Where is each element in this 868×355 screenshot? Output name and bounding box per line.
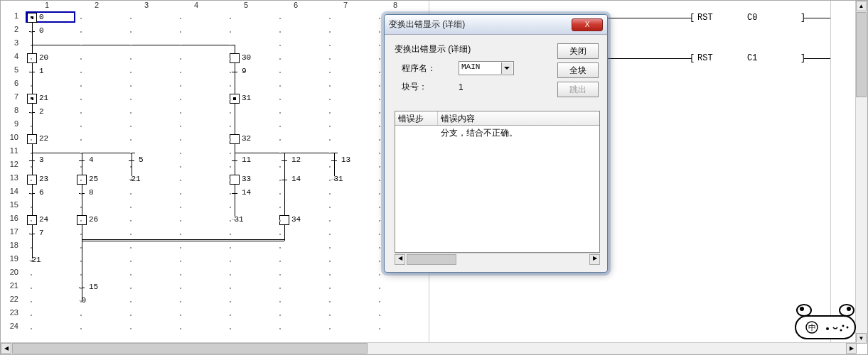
trans-label: 15 xyxy=(89,283,98,291)
jump-button[interactable]: 跳出 xyxy=(557,82,599,97)
grid-dot xyxy=(230,112,231,114)
grid-dot xyxy=(31,288,32,289)
row-num: 10 xyxy=(1,133,22,146)
sfc-step[interactable] xyxy=(27,13,37,23)
all-blocks-button[interactable]: 全块 xyxy=(557,62,599,78)
sfc-step[interactable] xyxy=(27,215,37,225)
grid-dot xyxy=(130,166,132,168)
grid-dot xyxy=(230,18,231,19)
sfc-step[interactable] xyxy=(77,215,87,225)
col-num: 6 xyxy=(271,1,321,11)
dialog-scrollbar[interactable]: ◀ ▶ xyxy=(395,253,600,265)
sfc-step[interactable] xyxy=(230,134,240,144)
scroll-thumb[interactable] xyxy=(12,343,368,354)
grid-dot xyxy=(329,180,331,181)
grid-dot xyxy=(279,261,281,262)
grid-dot xyxy=(230,261,231,262)
grid-dot xyxy=(329,45,331,46)
grid-dot xyxy=(379,31,380,33)
grid-dot xyxy=(130,261,132,262)
error-table[interactable]: 错误步 错误内容 分支，结合不正确。 xyxy=(395,111,600,253)
sfc-step[interactable] xyxy=(27,134,37,144)
svg-point-2 xyxy=(840,305,854,316)
grid-dot xyxy=(329,220,331,222)
grid-dot xyxy=(379,288,380,289)
grid-dot xyxy=(80,99,82,100)
grid-dot xyxy=(180,58,181,60)
sfc-step[interactable] xyxy=(77,175,87,185)
grid-dot xyxy=(130,31,132,33)
grid-dot xyxy=(80,207,82,208)
step-label: 0 xyxy=(39,13,44,21)
step-label: 20 xyxy=(39,53,48,62)
grid-dot xyxy=(180,220,181,222)
scrollbar-horizontal[interactable]: ◀ ▶ xyxy=(1,342,857,354)
sfc-step[interactable] xyxy=(27,175,37,185)
scroll-down-button[interactable]: ▼ xyxy=(856,333,867,344)
sfc-step[interactable] xyxy=(230,94,240,104)
step-label: 33 xyxy=(242,175,251,183)
grid-dot xyxy=(80,234,82,235)
mascot-text: 中 xyxy=(808,323,816,332)
grid-dot xyxy=(31,99,32,100)
grid-dot xyxy=(130,193,132,195)
svg-point-6 xyxy=(826,327,829,330)
scroll-right-button[interactable]: ▶ xyxy=(846,343,857,354)
scroll-thumb[interactable] xyxy=(856,12,867,97)
sfc-step[interactable] xyxy=(27,53,37,63)
grid-dot xyxy=(80,153,82,154)
rst-bracket: [ xyxy=(690,13,695,23)
grid-dot xyxy=(279,193,281,195)
grid-dot xyxy=(180,301,181,302)
grid-dot xyxy=(31,234,32,235)
grid-dot xyxy=(80,180,82,181)
program-select[interactable]: MAIN xyxy=(459,61,514,75)
block-label: 块号： xyxy=(395,81,459,93)
grid-dot xyxy=(31,274,32,275)
sfc-step[interactable] xyxy=(27,94,37,104)
vline xyxy=(32,185,33,217)
grid-dot xyxy=(80,166,82,168)
scrollbar-vertical[interactable]: ▲ ▼ xyxy=(855,1,867,344)
vline xyxy=(235,63,235,95)
grid-dot xyxy=(379,207,380,208)
grid-dot xyxy=(130,72,132,73)
row-num: 11 xyxy=(1,146,22,160)
col-step: 错误步 xyxy=(395,111,438,125)
hline xyxy=(235,153,338,153)
sfc-step[interactable] xyxy=(230,175,240,185)
table-row[interactable]: 分支，结合不正确。 xyxy=(395,126,599,141)
svg-point-7 xyxy=(842,325,845,327)
ruler-left: 1 2 3 4 5 6 7 8 9 10 11 12 13 14 15 16 1… xyxy=(1,11,22,335)
grid-dot xyxy=(31,261,32,262)
sfc-step[interactable] xyxy=(230,53,240,63)
scroll-left-button[interactable]: ◀ xyxy=(395,254,405,265)
vline xyxy=(235,185,235,217)
grid-dot xyxy=(279,153,281,154)
grid-dot xyxy=(279,207,281,208)
grid-dot xyxy=(230,85,231,87)
grid-dot xyxy=(180,328,181,329)
separator xyxy=(830,1,831,344)
grid-dot xyxy=(279,85,281,87)
grid-dot xyxy=(80,112,82,114)
scroll-up-button[interactable]: ▲ xyxy=(856,1,867,11)
scroll-right-button[interactable]: ▶ xyxy=(589,254,600,265)
scroll-left-button[interactable]: ◀ xyxy=(1,343,11,354)
grid-dot xyxy=(80,274,82,275)
jump-label: 31 xyxy=(232,215,244,224)
scroll-thumb[interactable] xyxy=(407,254,456,265)
grid-dot xyxy=(329,315,331,316)
dialog-titlebar[interactable]: 变换出错显示 (详细) X xyxy=(385,15,607,35)
grid-dot xyxy=(80,247,82,248)
trans-label: 8 xyxy=(89,188,94,197)
grid-dot xyxy=(180,207,181,208)
sfc-step[interactable] xyxy=(279,215,289,225)
col-num: 5 xyxy=(221,1,271,11)
row-num: 12 xyxy=(1,160,22,173)
close-button[interactable]: 关闭 xyxy=(557,43,599,59)
grid-dot xyxy=(80,315,82,316)
col-content: 错误内容 xyxy=(438,111,599,125)
close-icon[interactable]: X xyxy=(572,18,603,31)
row-num: 4 xyxy=(1,52,22,65)
